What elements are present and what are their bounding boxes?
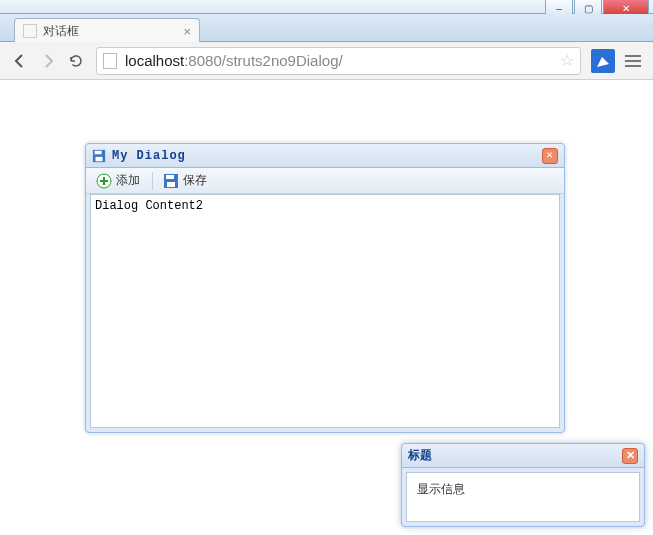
svg-rect-5 [166, 175, 174, 179]
forward-button[interactable] [34, 47, 62, 75]
address-bar[interactable]: localhost:8080/struts2no9Dialog/ ☆ [96, 47, 581, 75]
info-dialog-header[interactable]: 标题 ✕ [402, 444, 644, 468]
svg-rect-2 [96, 156, 103, 160]
address-host: localhost [125, 52, 184, 69]
extension-icon [596, 54, 610, 68]
add-icon [96, 173, 112, 189]
info-dialog-title: 标题 [408, 447, 432, 464]
back-button[interactable] [6, 47, 34, 75]
bookmark-star-icon[interactable]: ☆ [560, 51, 574, 70]
address-path: :8080/struts2no9Dialog/ [184, 52, 342, 69]
info-message: 显示信息 [417, 482, 465, 496]
menu-button[interactable] [619, 47, 647, 75]
tab-title: 对话框 [43, 23, 79, 40]
browser-toolbar: localhost:8080/struts2no9Dialog/ ☆ [0, 42, 653, 80]
add-label: 添加 [116, 172, 140, 189]
info-dialog-body: 显示信息 [406, 472, 640, 522]
toolbar-separator [152, 172, 153, 190]
info-dialog: 标题 ✕ 显示信息 [401, 443, 645, 527]
arrow-right-icon [40, 53, 56, 69]
reload-icon [68, 53, 84, 69]
extension-button[interactable] [591, 49, 615, 73]
add-button[interactable]: 添加 [90, 170, 146, 191]
tab-favicon-icon [23, 24, 37, 38]
arrow-left-icon [12, 53, 28, 69]
tab-strip: 对话框 × [0, 14, 653, 42]
reload-button[interactable] [62, 47, 90, 75]
dialog-header[interactable]: My Dialog ✕ [86, 144, 564, 168]
browser-tab[interactable]: 对话框 × [14, 18, 200, 43]
main-dialog: My Dialog ✕ 添加 保存 Dialog C [85, 143, 565, 433]
page-icon [103, 53, 117, 69]
save-button[interactable]: 保存 [157, 170, 213, 191]
svg-rect-6 [167, 182, 175, 187]
dialog-close-button[interactable]: ✕ [542, 148, 558, 164]
dialog-body: Dialog Content2 [90, 194, 560, 428]
info-dialog-close-button[interactable]: ✕ [622, 448, 638, 464]
save-label: 保存 [183, 172, 207, 189]
dialog-content-text: Dialog Content2 [95, 199, 203, 213]
floppy-icon [92, 149, 106, 163]
page-content: My Dialog ✕ 添加 保存 Dialog C [0, 80, 653, 535]
hamburger-icon [625, 55, 641, 57]
dialog-toolbar: 添加 保存 [86, 168, 564, 194]
save-icon [163, 173, 179, 189]
svg-rect-1 [95, 150, 102, 154]
dialog-title: My Dialog [112, 150, 186, 162]
tab-close-button[interactable]: × [183, 24, 191, 39]
